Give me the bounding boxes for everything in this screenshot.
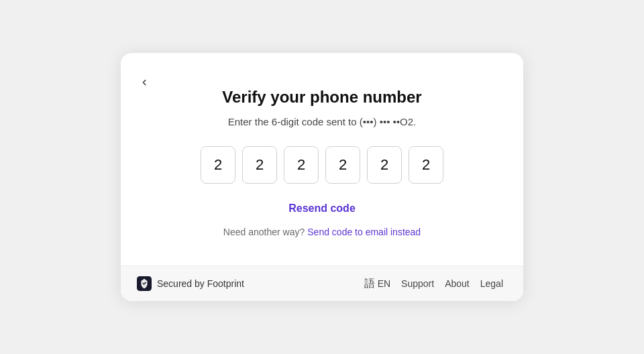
back-button[interactable]: ‹ [137,72,152,91]
code-digit-2[interactable] [242,146,277,184]
resend-code-button[interactable]: Resend code [288,202,356,215]
about-link[interactable]: About [441,276,474,292]
alternate-row: Need another way? Send code to email ins… [223,227,421,237]
language-icon: 語 [364,277,375,291]
code-digit-6[interactable] [409,146,443,184]
send-to-email-button[interactable]: Send code to email instead [307,227,421,237]
support-link[interactable]: Support [397,276,438,292]
code-digit-3[interactable] [284,146,319,184]
verification-card: ‹ Verify your phone number Enter the 6-d… [121,53,523,301]
code-digit-5[interactable] [367,146,402,184]
code-inputs-group [201,146,443,184]
language-selector[interactable]: 語 EN [364,277,390,291]
code-digit-4[interactable] [325,146,360,184]
alternate-text: Need another way? [223,227,305,237]
code-digit-1[interactable] [201,146,235,184]
card-body: ‹ Verify your phone number Enter the 6-d… [121,53,523,266]
language-code: EN [378,278,390,289]
secured-badge: Secured by Footprint [137,276,244,291]
card-footer: Secured by Footprint 語 EN Support About … [121,266,523,301]
footer-links: 語 EN Support About Legal [364,276,507,292]
page-title: Verify your phone number [222,88,421,107]
legal-link[interactable]: Legal [476,276,507,292]
secured-text: Secured by Footprint [157,278,244,289]
subtitle-text: Enter the 6-digit code sent to (•••) •••… [228,116,416,127]
footprint-logo-icon [137,276,152,291]
